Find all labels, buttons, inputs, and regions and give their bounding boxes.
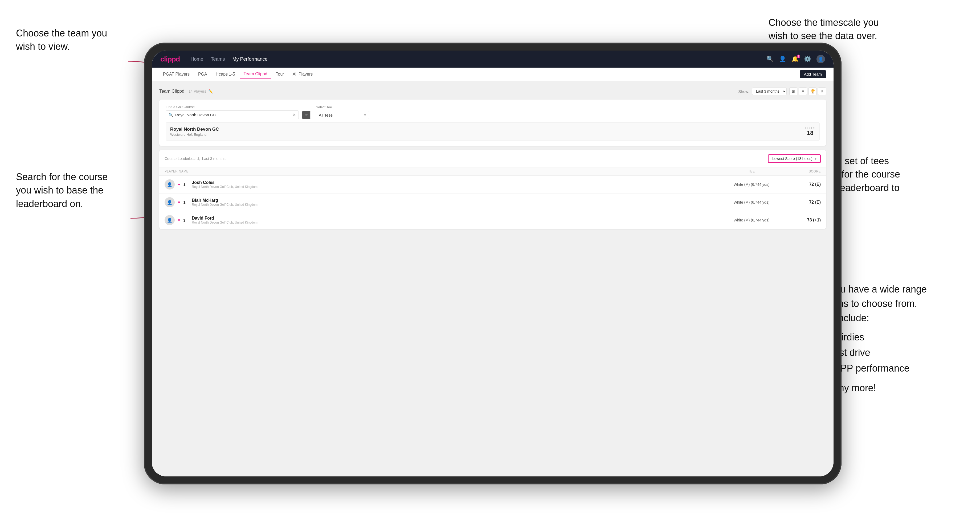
tee-form-group: Select Tee All Tees ▾ — [316, 105, 369, 119]
search-icon: 🔍 — [169, 113, 173, 117]
annotation-team-choice: Choose the team you wish to view. — [16, 27, 107, 54]
tee-select-wrapper[interactable]: All Tees ▾ — [316, 111, 369, 119]
subnav-hcaps[interactable]: Hcaps 1-5 — [212, 70, 239, 78]
course-search-input-wrapper: 🔍 Royal North Devon GC ✕ — [165, 110, 299, 119]
player-info-2: Blair McHarg Royal North Devon Golf Club… — [192, 198, 258, 206]
view-icons: ⊞ ≡ 🏆 ⬇ — [789, 87, 826, 95]
heart-icon-1: ♥ — [178, 182, 180, 187]
course-label: Find a Golf Course — [165, 105, 310, 109]
search-clear-button[interactable]: ✕ — [293, 112, 296, 117]
profile-icon-btn[interactable]: 👤 — [779, 56, 786, 62]
add-team-button[interactable]: Add Team — [800, 70, 826, 78]
player-rank-1: 1 — [183, 182, 189, 187]
show-label: Show: — [738, 89, 749, 94]
subnav-pgat[interactable]: PGAT Players — [159, 70, 193, 78]
show-controls: Show: Last 3 months ⊞ ≡ 🏆 ⬇ — [738, 87, 826, 95]
nav-teams[interactable]: Teams — [211, 56, 225, 63]
player-avatar-1: 👤 — [165, 179, 175, 189]
subnav-tour[interactable]: Tour — [272, 70, 288, 78]
team-title: Team Clippd | 14 Players ✏️ — [159, 89, 213, 94]
col-header-player: PLAYER NAME — [165, 170, 714, 173]
course-search-text[interactable]: Royal North Devon GC — [175, 113, 290, 117]
score-col-3: 73 (+1) — [789, 218, 821, 222]
nav-links: Home Teams My Performance — [191, 56, 767, 63]
table-row: 👤 ♥ 3 David Ford Royal North Devon Golf … — [159, 211, 826, 229]
list-view-btn[interactable]: ≡ — [799, 87, 807, 95]
leaderboard-table-header: PLAYER NAME TEE SCORE — [159, 167, 826, 176]
nav-my-performance[interactable]: My Performance — [232, 56, 268, 63]
trophy-view-btn[interactable]: 🏆 — [808, 87, 816, 95]
grid-view-btn[interactable]: ⊞ — [789, 87, 797, 95]
leaderboard-header: Course Leaderboard, Last 3 months Lowest… — [159, 150, 826, 167]
player-col-2: 👤 ♥ 1 Blair McHarg Royal North Devon Gol… — [165, 197, 714, 207]
col-header-score: SCORE — [789, 170, 821, 173]
player-rank-3: 3 — [183, 218, 189, 222]
app-navbar: clippd Home Teams My Performance 🔍 👤 🔔 1… — [152, 51, 834, 68]
col-header-tee: TEE — [714, 170, 789, 173]
heart-icon-3: ♥ — [178, 218, 180, 222]
player-col-1: 👤 ♥ 1 Josh Coles Royal North Devon Golf … — [165, 179, 714, 189]
search-icon-btn[interactable]: 🔍 — [767, 56, 773, 62]
player-avatar-3: 👤 — [165, 215, 175, 225]
course-result-location: Westward Ho!, England — [170, 133, 219, 137]
sub-navbar: PGAT Players PGA Hcaps 1-5 Team Clippd T… — [152, 68, 834, 81]
leaderboard-card: Course Leaderboard, Last 3 months Lowest… — [159, 150, 826, 229]
app-logo: clippd — [160, 55, 180, 63]
annotation-timescale: Choose the timescale you wish to see the… — [768, 16, 879, 43]
subnav-all-players[interactable]: All Players — [289, 70, 317, 78]
course-search-row: Find a Golf Course 🔍 Royal North Devon G… — [165, 105, 820, 119]
nav-home[interactable]: Home — [191, 56, 204, 63]
tee-col-1: White (M) (6,744 yds) — [714, 182, 789, 187]
player-info-1: Josh Coles Royal North Devon Golf Club, … — [192, 180, 258, 189]
annotation-course-search: Search for the course you wish to base t… — [16, 170, 108, 211]
course-result-info: Royal North Devon GC Westward Ho!, Engla… — [170, 127, 219, 137]
tablet-screen: clippd Home Teams My Performance 🔍 👤 🔔 1… — [152, 51, 834, 476]
leaderboard-title: Course Leaderboard, Last 3 months — [165, 156, 226, 161]
tee-chevron-icon: ▾ — [364, 113, 366, 117]
player-col-3: 👤 ♥ 3 David Ford Royal North Devon Golf … — [165, 215, 714, 225]
course-form-group: Find a Golf Course 🔍 Royal North Devon G… — [165, 105, 310, 119]
holes-badge: Holes 18 — [805, 126, 815, 137]
course-result: Royal North Devon GC Westward Ho!, Engla… — [165, 122, 820, 141]
score-col-2: 72 (E) — [789, 200, 821, 205]
tee-col-3: White (M) (6,744 yds) — [714, 218, 789, 222]
score-type-chevron: ▾ — [815, 157, 816, 161]
subnav-team-clippd[interactable]: Team Clippd — [240, 70, 271, 78]
download-btn[interactable]: ⬇ — [818, 87, 826, 95]
edit-team-icon[interactable]: ✏️ — [208, 89, 213, 94]
player-info-3: David Ford Royal North Devon Golf Club, … — [192, 216, 258, 224]
time-filter-select[interactable]: Last 3 months — [752, 87, 787, 95]
notification-icon-btn[interactable]: 🔔 1 — [791, 56, 799, 62]
tablet-frame: clippd Home Teams My Performance 🔍 👤 🔔 1… — [144, 43, 842, 484]
team-header: Team Clippd | 14 Players ✏️ Show: Last 3… — [159, 87, 826, 95]
score-type-select[interactable]: Lowest Score (18 holes) ▾ — [768, 154, 821, 163]
player-avatar-2: 👤 — [165, 197, 175, 207]
tee-col-2: White (M) (6,744 yds) — [714, 200, 789, 205]
course-search-card: Find a Golf Course 🔍 Royal North Devon G… — [159, 100, 826, 146]
content-area: Team Clippd | 14 Players ✏️ Show: Last 3… — [152, 81, 834, 476]
player-rank-2: 1 — [183, 200, 189, 205]
notification-badge: 1 — [797, 55, 800, 58]
score-col-1: 72 (E) — [789, 182, 821, 187]
user-avatar[interactable]: 👤 — [816, 55, 825, 63]
table-row: 👤 ♥ 1 Blair McHarg Royal North Devon Gol… — [159, 194, 826, 211]
subnav-pga[interactable]: PGA — [194, 70, 211, 78]
tee-label: Select Tee — [316, 105, 369, 109]
course-result-name: Royal North Devon GC — [170, 127, 219, 132]
table-row: 👤 ♥ 1 Josh Coles Royal North Devon Golf … — [159, 176, 826, 194]
heart-icon-2: ♥ — [178, 200, 180, 205]
nav-icons: 🔍 👤 🔔 1 ⚙️ 👤 — [767, 55, 825, 63]
settings-icon-btn[interactable]: ⚙️ — [804, 56, 811, 62]
favorite-button[interactable]: ☆ — [302, 111, 310, 119]
